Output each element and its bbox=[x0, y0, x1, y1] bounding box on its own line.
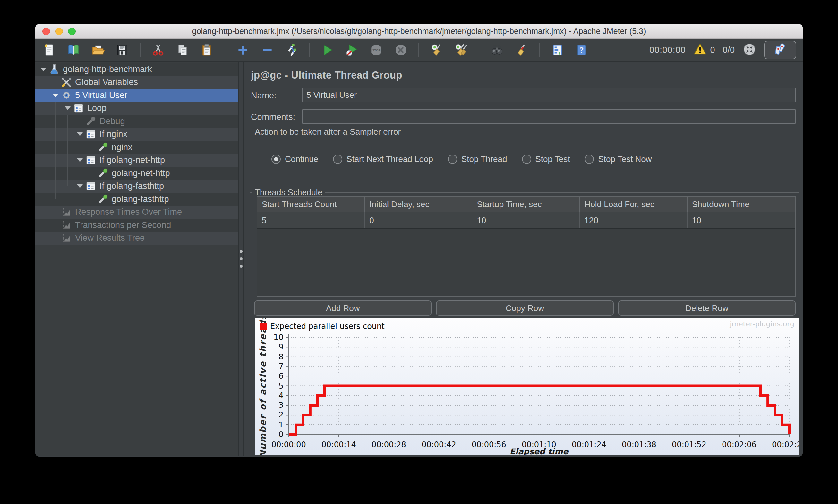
tree-item-loop[interactable]: Loop bbox=[35, 102, 238, 115]
templates-icon[interactable] bbox=[66, 43, 81, 57]
svg-text:1: 1 bbox=[278, 420, 284, 429]
toolbar: STOP? 00:00:00 0 0/0 bbox=[35, 39, 803, 62]
log-errors-indicator[interactable]: 0 bbox=[693, 42, 715, 58]
tree-item-nginx[interactable]: nginx bbox=[35, 141, 238, 154]
toolbar-separator-6 bbox=[539, 43, 540, 57]
tree-item-label: Response Times Over Time bbox=[75, 207, 182, 217]
comments-input[interactable] bbox=[302, 109, 796, 124]
minimize-window-button[interactable] bbox=[55, 28, 63, 35]
svg-text:5: 5 bbox=[278, 381, 284, 391]
table-cell-shutdown-time[interactable]: 10 bbox=[687, 212, 795, 228]
arguments-icon bbox=[61, 77, 72, 88]
radio-circle[interactable] bbox=[584, 155, 594, 164]
start-icon[interactable] bbox=[320, 43, 335, 57]
main-split-pane: golang-http-benchmarkGlobal Variables5 V… bbox=[35, 62, 803, 456]
name-input[interactable] bbox=[302, 88, 796, 102]
radio-stop-test[interactable]: Stop Test bbox=[522, 154, 570, 164]
chart-legend: Expected parallel users count bbox=[260, 322, 385, 331]
search-reset-icon[interactable] bbox=[514, 43, 529, 57]
tree-indent-guide bbox=[67, 115, 68, 186]
tree-item-if-golang-net-http[interactable]: If golang-net-http bbox=[35, 154, 238, 167]
table-cell-hold-load-for-sec[interactable]: 120 bbox=[580, 212, 687, 228]
svg-text:00:00:56: 00:00:56 bbox=[472, 440, 506, 449]
search-icon[interactable] bbox=[490, 43, 504, 57]
expand-arrow-icon[interactable] bbox=[65, 106, 71, 110]
expand-all-icon[interactable] bbox=[235, 43, 250, 57]
threads-preview-chart: Expected parallel users count jmeter-plu… bbox=[255, 318, 799, 455]
traffic-lights bbox=[42, 28, 76, 35]
column-header-initial-delay-sec[interactable]: Initial Delay, sec bbox=[365, 197, 472, 212]
column-header-start-threads-count[interactable]: Start Threads Count bbox=[257, 197, 365, 212]
delete-row-button[interactable]: Delete Row bbox=[618, 301, 796, 316]
svg-text:00:00:14: 00:00:14 bbox=[321, 440, 356, 449]
svg-text:00:01:38: 00:01:38 bbox=[622, 440, 657, 449]
stop-icon[interactable]: STOP bbox=[369, 43, 384, 57]
tree-item-label: View Results Tree bbox=[75, 233, 145, 243]
radio-stop-test-now[interactable]: Stop Test Now bbox=[584, 154, 651, 164]
expand-arrow-icon[interactable] bbox=[77, 132, 83, 136]
test-plan-icon bbox=[49, 64, 60, 75]
test-plan-tree: golang-http-benchmarkGlobal Variables5 V… bbox=[35, 62, 238, 456]
sampler-icon bbox=[98, 168, 108, 179]
radio-start-next-thread-loop[interactable]: Start Next Thread Loop bbox=[333, 154, 433, 164]
toolbar-separator-1 bbox=[140, 43, 141, 57]
element-config-panel: jp@gc - Ultimate Thread Group Name: Comm… bbox=[244, 62, 803, 456]
radio-continue[interactable]: Continue bbox=[272, 154, 318, 164]
zoom-window-button[interactable] bbox=[68, 28, 76, 35]
start-no-timers-icon[interactable] bbox=[345, 43, 359, 57]
tree-item-global-variables[interactable]: Global Variables bbox=[35, 76, 238, 89]
help-icon[interactable]: ? bbox=[574, 43, 589, 57]
expand-arrow-icon[interactable] bbox=[40, 68, 46, 71]
panel-title: jp@gc - Ultimate Thread Group bbox=[251, 70, 402, 81]
expand-arrow-icon[interactable] bbox=[77, 184, 83, 188]
svg-text:Number of active threads: Number of active threads bbox=[258, 318, 268, 455]
column-header-hold-load-for-sec[interactable]: Hold Load For, sec bbox=[580, 197, 687, 212]
clear-icon[interactable] bbox=[429, 43, 444, 57]
table-cell-initial-delay-sec[interactable]: 0 bbox=[365, 212, 472, 228]
table-cell-startup-time-sec[interactable]: 10 bbox=[472, 212, 580, 228]
tree-item-label: Global Variables bbox=[75, 77, 138, 87]
remote-start-icon[interactable] bbox=[743, 42, 756, 58]
radio-circle[interactable] bbox=[333, 155, 342, 164]
radio-circle[interactable] bbox=[448, 155, 457, 164]
svg-text:3: 3 bbox=[278, 400, 284, 410]
column-header-startup-time-sec[interactable]: Startup Time, sec bbox=[472, 197, 580, 212]
tree-item-view-results-tree[interactable]: View Results Tree bbox=[35, 232, 238, 245]
copy-row-button[interactable]: Copy Row bbox=[436, 301, 613, 316]
tree-item-if-golang-fasthttp[interactable]: If golang-fasthttp bbox=[35, 180, 238, 193]
paste-icon[interactable] bbox=[199, 43, 214, 57]
controller-icon bbox=[85, 155, 96, 166]
save-icon[interactable] bbox=[115, 43, 129, 57]
tree-item-golang-http-benchmark[interactable]: golang-http-benchmark bbox=[35, 63, 238, 76]
cut-icon[interactable] bbox=[151, 43, 165, 57]
window-title: golang-http-benchmark.jmx (/Users/nicola… bbox=[35, 24, 803, 38]
open-icon[interactable] bbox=[90, 43, 105, 57]
add-row-button[interactable]: Add Row bbox=[254, 301, 432, 316]
radio-stop-thread[interactable]: Stop Thread bbox=[448, 154, 507, 164]
radio-circle[interactable] bbox=[522, 155, 531, 164]
tree-item-label: If golang-fasthttp bbox=[100, 181, 164, 191]
tree-item-response-times-over-time[interactable]: Response Times Over Time bbox=[35, 206, 238, 219]
new-icon[interactable] bbox=[42, 43, 56, 57]
function-helper-icon[interactable] bbox=[550, 43, 565, 57]
expand-arrow-icon[interactable] bbox=[53, 94, 58, 97]
copy-icon[interactable] bbox=[175, 43, 190, 57]
close-window-button[interactable] bbox=[42, 28, 50, 35]
panel-splitter[interactable] bbox=[238, 62, 244, 456]
tree-item-golang-net-http[interactable]: golang-net-http bbox=[35, 167, 238, 180]
tree-item-if-nginx[interactable]: If nginx bbox=[35, 128, 238, 141]
tree-item-transactions-per-second[interactable]: Transactions per Second bbox=[35, 219, 238, 232]
radio-circle[interactable] bbox=[272, 155, 281, 164]
collapse-all-icon[interactable] bbox=[260, 43, 275, 57]
svg-text:00:00:00: 00:00:00 bbox=[272, 440, 306, 449]
plugins-manager-button[interactable] bbox=[764, 41, 796, 59]
column-header-shutdown-time[interactable]: Shutdown Time bbox=[687, 197, 795, 212]
tree-item-5-virtual-user[interactable]: 5 Virtual User bbox=[35, 89, 238, 102]
tree-item-debug[interactable]: Debug bbox=[35, 115, 238, 128]
tree-item-golang-fasthttp[interactable]: golang-fasthttp bbox=[35, 193, 238, 206]
toggle-icon[interactable] bbox=[284, 43, 299, 57]
expand-arrow-icon[interactable] bbox=[77, 158, 83, 162]
shutdown-icon[interactable] bbox=[393, 43, 408, 57]
table-cell-start-threads-count[interactable]: 5 bbox=[257, 212, 365, 228]
clear-all-icon[interactable] bbox=[454, 43, 468, 57]
